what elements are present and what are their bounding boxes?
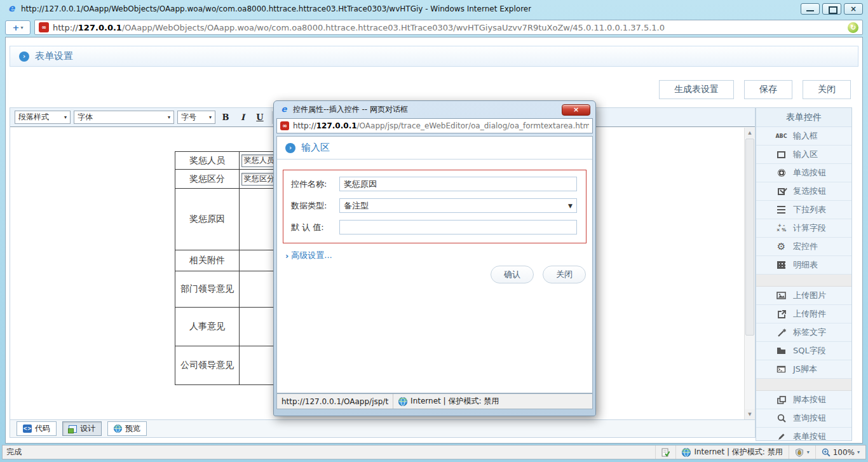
design-icon <box>69 425 77 433</box>
textarea-icon <box>775 149 787 160</box>
dialog-status-zone: Internet | 保护模式: 禁用 <box>393 396 504 407</box>
row-label: 奖惩原因 <box>175 189 240 250</box>
protected-mode-toggle[interactable]: ▾ <box>789 445 815 459</box>
font-select[interactable]: 字体 ▾ <box>74 111 174 124</box>
dialog-address-bar: ∞ http://127.0.0.1/OAapp/jsp/trace_eWebE… <box>276 118 593 133</box>
field-label: 数据类型: <box>291 200 339 212</box>
sidebar-item-calculated-field[interactable]: + -× % 计算字段 <box>756 219 851 238</box>
browser-titlebar: e http://127.0.0.1/OAapp/WebObjects/OAap… <box>0 0 868 18</box>
paragraph-style-select[interactable]: 段落样式 ▾ <box>15 111 71 124</box>
default-value-input[interactable] <box>339 220 577 234</box>
ie-logo-icon: e <box>6 4 17 14</box>
editor-scrollbar[interactable]: ▲ ▼ <box>744 128 755 419</box>
shield-icon <box>795 448 804 457</box>
zoom-level: 100% <box>833 448 855 457</box>
scrollbar-thumb[interactable] <box>745 139 754 336</box>
sidebar-item-js-script[interactable]: JS脚本 <box>756 360 851 379</box>
calc-icon: + -× % <box>775 223 787 233</box>
field-label: 控件名称: <box>291 179 339 190</box>
advanced-settings-link[interactable]: › 高级设置... <box>285 250 332 261</box>
gear-icon: ⚙ <box>775 241 787 252</box>
toolbar-separator <box>272 111 273 124</box>
dialog-section-title: 输入区 <box>301 142 330 154</box>
dialog-close-button[interactable]: 关闭 <box>543 266 586 283</box>
scroll-up-icon[interactable]: ▲ <box>745 128 755 138</box>
row-label: 人事意见 <box>175 308 240 346</box>
sidebar-title: 表单控件 <box>756 108 851 127</box>
scroll-down-icon[interactable]: ▼ <box>745 409 755 419</box>
window-controls: × <box>801 3 863 15</box>
field-row-default-value: 默 认 值: <box>291 220 577 234</box>
sidebar-item-detail-table[interactable]: 明细表 <box>756 256 851 275</box>
row-label: 奖惩区分 <box>175 170 240 189</box>
grid-icon <box>775 260 787 270</box>
folder-icon <box>775 346 787 356</box>
status-text: 完成 <box>3 447 655 458</box>
sidebar-item-macro-control[interactable]: ⚙ 宏控件 <box>756 238 851 256</box>
close-page-button[interactable]: 关闭 <box>803 80 851 99</box>
field-label: 默 认 值: <box>291 222 339 233</box>
security-zone: Internet | 保护模式: 禁用 <box>675 445 788 459</box>
upload-attachment-icon <box>775 309 787 319</box>
sidebar-item-label-text[interactable]: 标签文字 <box>756 323 851 342</box>
caret-down-icon: ▾ <box>64 114 67 120</box>
underline-button[interactable]: U <box>253 111 267 125</box>
dialog-section-header: › 输入区 <box>277 137 592 160</box>
search-icon <box>775 413 787 423</box>
tab-code[interactable]: <> 代码 <box>17 421 57 436</box>
row-label: 相关附件 <box>175 250 240 271</box>
maximize-icon[interactable] <box>822 3 841 15</box>
sidebar-item-input-area[interactable]: 输入区 <box>756 146 851 164</box>
sidebar-item-script-button[interactable]: 脚本按钮 <box>756 391 851 409</box>
dialog-buttons: 确认 关闭 <box>491 266 586 283</box>
add-favorites-button[interactable]: + ▾ <box>5 20 31 35</box>
dialog-url: http://127.0.0.1/OAapp/jsp/trace_eWebEdi… <box>293 121 589 130</box>
sidebar-item-form-button[interactable]: 表单按钮 <box>756 428 851 441</box>
data-type-select[interactable]: 备注型 ▼ <box>339 198 577 213</box>
plus-icon: + <box>13 23 20 32</box>
font-size-select[interactable]: 字号 ▾ <box>177 111 215 124</box>
sidebar-item-dropdown-list[interactable]: 下拉列表 <box>756 201 851 219</box>
zoom-control[interactable]: 100% ▾ <box>815 445 865 459</box>
sidebar-item-checkbox[interactable]: 复选按钮 <box>756 182 851 201</box>
sidebar-item-input-box[interactable]: ABC 输入框 <box>756 127 851 146</box>
dialog-statusbar: http://127.0.0.1/OAapp/jsp/t Internet | … <box>276 393 593 409</box>
tab-preview[interactable]: 预览 <box>107 421 147 436</box>
caret-down-icon: ▾ <box>20 25 23 31</box>
italic-button[interactable]: I <box>236 111 250 125</box>
dialog-close-icon[interactable]: × <box>562 104 590 116</box>
site-favicon-icon: ∞ <box>39 22 49 32</box>
control-name-input[interactable] <box>339 177 577 191</box>
row-label: 奖惩人员 <box>175 152 240 170</box>
browser-window: e http://127.0.0.1/OAapp/WebObjects/OAap… <box>0 0 868 462</box>
window-title: http://127.0.0.1/OAapp/WebObjects/OAapp.… <box>21 4 531 13</box>
sidebar-item-upload-image[interactable]: 上传图片 <box>756 287 851 305</box>
sidebar-item-sql-field[interactable]: SQL字段 <box>756 342 851 360</box>
save-button[interactable]: 保存 <box>744 80 792 99</box>
address-bar-row: + ▾ ∞ http://127.0.0.1/OAapp/WebObjects/… <box>0 18 868 37</box>
list-icon <box>775 205 787 215</box>
dialog-body: › 输入区 控件名称: 数据类型: 备注型 ▼ 默 认 值: › <box>276 136 593 393</box>
generate-table-settings-button[interactable]: 生成表设置 <box>659 80 734 99</box>
pen-icon <box>775 431 787 441</box>
arrow-right-icon: › <box>285 251 288 261</box>
sidebar-item-upload-attachment[interactable]: 上传附件 <box>756 305 851 323</box>
dialog-title: 控件属性--插入控件 -- 网页对话框 <box>293 104 558 115</box>
refresh-icon[interactable]: ↻ <box>848 22 858 33</box>
confirm-button[interactable]: 确认 <box>491 266 534 283</box>
field-row-control-name: 控件名称: <box>291 177 577 191</box>
minimize-icon[interactable] <box>801 3 820 15</box>
close-icon[interactable]: × <box>844 3 863 15</box>
insert-control-dialog: e 控件属性--插入控件 -- 网页对话框 × ∞ http://127.0.0… <box>273 100 596 416</box>
editor-tabstrip: <> 代码 设计 预览 <box>10 419 755 437</box>
sidebar-separator <box>756 275 851 287</box>
sidebar-item-query-button[interactable]: 查询按钮 <box>756 409 851 428</box>
address-input[interactable]: ∞ http://127.0.0.1/OAapp/WebObjects/OAap… <box>34 20 863 35</box>
wand-icon <box>775 327 787 337</box>
sidebar-item-radio-button[interactable]: 单选按钮 <box>756 164 851 182</box>
page-header: › 表单设置 <box>10 46 858 67</box>
code-icon: <> <box>23 425 32 433</box>
copy-icon <box>775 395 787 405</box>
tab-design[interactable]: 设计 <box>62 421 102 436</box>
bold-button[interactable]: B <box>219 111 233 125</box>
